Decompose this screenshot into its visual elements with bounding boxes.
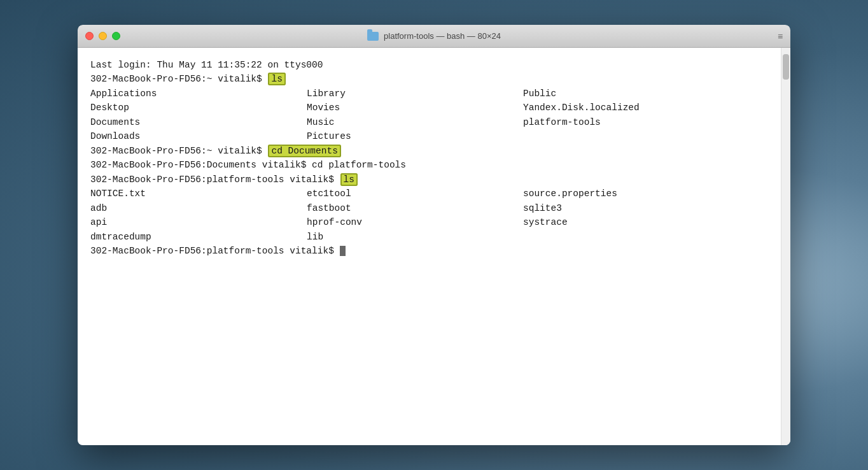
terminal-window: platform-tools — bash — 80×24 ≡ Last log… <box>78 25 790 445</box>
prompt-line-5: 302-MacBook-Pro-FD56:platform-tools vita… <box>90 244 778 258</box>
ls2-row3-col1: api <box>90 215 307 229</box>
ls2-row4-col1: dmtracedump <box>90 230 307 244</box>
maximize-button[interactable] <box>112 32 120 40</box>
ls1-row3-col2: Music <box>307 115 523 129</box>
command-highlight-cd: cd Documents <box>268 145 340 157</box>
ls2-row4-col2: lib <box>307 230 523 244</box>
close-button[interactable] <box>85 32 94 40</box>
traffic-lights <box>85 32 120 40</box>
ls1-row2-col3: Yandex.Disk.localized <box>523 101 640 115</box>
ls2-row1-col2: etc1tool <box>307 187 523 201</box>
cursor <box>340 246 346 256</box>
ls1-row3-col3: platform-tools <box>523 115 640 129</box>
ls1-row2-col1: Desktop <box>90 101 307 115</box>
ls2-row3-col3: systrace <box>523 215 617 229</box>
ls1-row4-col1: Downloads <box>90 129 307 143</box>
scrollbar-thumb[interactable] <box>783 54 789 80</box>
prompt-line-3: 302-MacBook-Pro-FD56:Documents vitalik$ … <box>90 158 778 172</box>
ls1-row4-col2: Pictures <box>307 129 523 143</box>
command-highlight-ls1: ls <box>268 73 285 85</box>
ls1-row2-col2: Movies <box>307 101 523 115</box>
folder-icon <box>367 32 379 41</box>
ls1-row3-col1: Documents <box>90 115 307 129</box>
ls1-row1-col3: Public <box>523 87 640 101</box>
ls2-row2-col1: adb <box>90 201 307 215</box>
scrollbar-indicator: ≡ <box>775 31 785 41</box>
title-bar: platform-tools — bash — 80×24 ≡ <box>78 25 790 48</box>
ls-output-1: Applications Desktop Documents Downloads… <box>90 87 778 144</box>
ls1-row1-col2: Library <box>307 87 523 101</box>
ls2-row2-col2: fastboot <box>307 201 523 215</box>
window-title: platform-tools — bash — 80×24 <box>367 31 501 41</box>
command-highlight-ls2: ls <box>340 173 358 186</box>
terminal-body[interactable]: Last login: Thu May 11 11:35:22 on ttys0… <box>78 48 790 445</box>
ls1-row1-col1: Applications <box>90 87 307 101</box>
minimize-button[interactable] <box>99 32 107 40</box>
ls2-row1-col3: source.properties <box>523 187 617 201</box>
prompt-line-4: 302-MacBook-Pro-FD56:platform-tools vita… <box>90 173 778 187</box>
ls2-row1-col1: NOTICE.txt <box>90 187 307 201</box>
scrollbar[interactable] <box>781 48 790 445</box>
login-line: Last login: Thu May 11 11:35:22 on ttys0… <box>90 58 778 72</box>
prompt-line-1: 302-MacBook-Pro-FD56:~ vitalik$ ls <box>90 72 778 86</box>
ls-output-2: NOTICE.txt adb api dmtracedump etc1tool … <box>90 187 778 244</box>
ls2-row2-col3: sqlite3 <box>523 201 617 215</box>
ls1-row4-col3 <box>523 129 640 143</box>
ls2-row3-col2: hprof-conv <box>307 215 523 229</box>
prompt-line-2: 302-MacBook-Pro-FD56:~ vitalik$ cd Docum… <box>90 144 778 158</box>
ls2-row4-col3 <box>523 230 617 244</box>
title-label: platform-tools — bash — 80×24 <box>384 31 501 41</box>
